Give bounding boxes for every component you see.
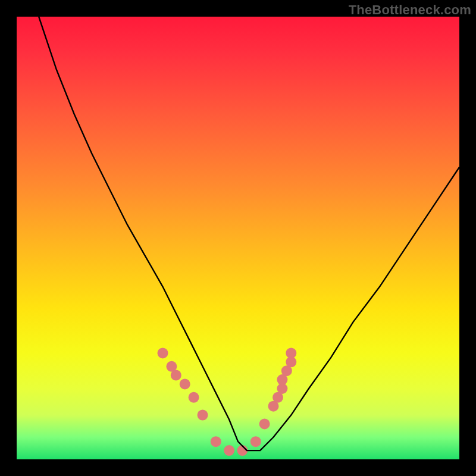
data-dot: [259, 419, 270, 430]
watermark-text: TheBottleneck.com: [349, 2, 471, 18]
data-dot: [224, 445, 234, 456]
data-dots-group: [158, 347, 297, 456]
data-dot: [180, 379, 190, 390]
data-dot: [198, 410, 208, 421]
data-dot: [250, 436, 261, 447]
bottleneck-curve: [39, 17, 459, 450]
chart-frame: TheBottleneck.com: [0, 0, 476, 476]
curve-layer: [17, 17, 459, 459]
data-dot: [211, 436, 221, 447]
data-dot: [158, 347, 168, 358]
data-dot: [171, 370, 181, 381]
plot-area: [17, 17, 459, 459]
data-dot: [189, 392, 199, 403]
data-dot: [286, 347, 296, 358]
